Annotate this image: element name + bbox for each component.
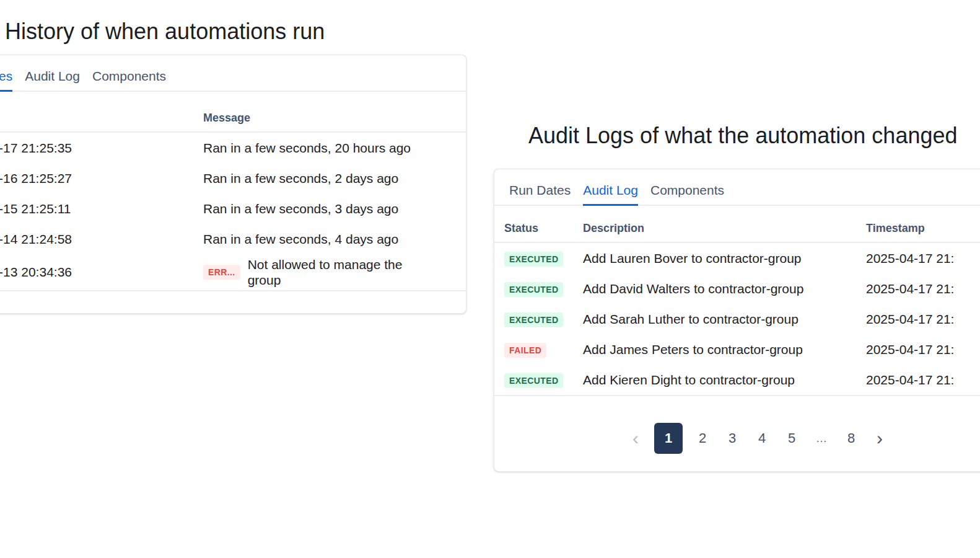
description-cell: Add James Peters to contractor-group [583, 342, 866, 357]
chevron-right-icon[interactable]: › [871, 423, 888, 454]
tab-audit-log[interactable]: Audit Log [25, 69, 80, 92]
left-page-title: History of when automations run [5, 19, 325, 45]
table-row: EXECUTED Add Sarah Luther to contractor-… [494, 304, 980, 334]
tab-components[interactable]: Components [650, 183, 724, 206]
page-button-4[interactable]: 4 [752, 423, 772, 454]
error-status-badge: ERR... [203, 265, 240, 280]
table-row: EXECUTED Add David Walters to contractor… [494, 273, 980, 304]
right-table-header: Status Description Timestamp [494, 206, 980, 243]
timestamp-cell: 2025-04-17 21: [866, 373, 980, 388]
status-cell: EXECUTED [504, 250, 583, 267]
executed-status-badge: EXECUTED [504, 252, 563, 267]
table-row: EXECUTED Add Lauren Bover to contractor-… [494, 243, 980, 273]
run-dates-panel: Run Dates Audit Log Components Message 2… [0, 55, 466, 314]
audit-log-panel: Run Dates Audit Log Components Status De… [494, 169, 980, 472]
run-time-cell: 2025-04-16 21:25:27 [0, 171, 203, 186]
message-cell: Ran in a few seconds, 2 days ago [203, 171, 451, 186]
tab-audit-log[interactable]: Audit Log [583, 183, 638, 206]
page-button-8[interactable]: 8 [841, 423, 861, 454]
status-cell: EXECUTED [504, 281, 583, 297]
run-time-cell: 2025-04-15 21:25:11 [0, 202, 203, 216]
tab-run-dates[interactable]: Run Dates [0, 69, 12, 92]
message-cell: Ran in a few seconds, 3 days ago [203, 202, 451, 216]
tab-components[interactable]: Components [92, 69, 166, 92]
table-row: FAILED Add James Peters to contractor-gr… [494, 334, 980, 365]
table-row: 2025-04-14 21:24:58 Ran in a few seconds… [0, 224, 466, 254]
table-row: 2025-04-17 21:25:35 Ran in a few seconds… [0, 133, 466, 163]
left-tab-bar: Run Dates Audit Log Components [0, 55, 466, 92]
status-cell: EXECUTED [504, 372, 583, 388]
description-column-header: Description [583, 222, 866, 235]
description-cell: Add Kieren Dight to contractor-group [583, 373, 866, 388]
tab-run-dates[interactable]: Run Dates [509, 183, 571, 206]
error-message-text: Not allowed to manage the group [248, 257, 416, 288]
table-row: EXECUTED Add Kieren Dight to contractor-… [494, 365, 980, 395]
message-cell: ERR... Not allowed to manage the group [203, 257, 451, 288]
table-row: 2025-04-13 20:34:36 ERR... Not allowed t… [0, 254, 466, 290]
run-time-cell: 2025-04-17 21:25:35 [0, 141, 203, 156]
message-cell: Ran in a few seconds, 4 days ago [203, 232, 451, 247]
executed-status-badge: EXECUTED [504, 373, 563, 388]
description-cell: Add Sarah Luther to contractor-group [583, 312, 866, 327]
description-cell: Add David Walters to contractor-group [583, 281, 866, 296]
right-table-body: EXECUTED Add Lauren Bover to contractor-… [494, 243, 980, 396]
page-button-1[interactable]: 1 [654, 423, 683, 454]
run-time-cell: 2025-04-14 21:24:58 [0, 232, 203, 247]
chevron-left-icon[interactable]: ‹ [627, 423, 644, 454]
page-button-5[interactable]: 5 [782, 423, 802, 454]
status-cell: EXECUTED [504, 311, 583, 327]
table-row: 2025-04-15 21:25:11 Ran in a few seconds… [0, 193, 466, 224]
page-ellipsis: … [812, 423, 831, 454]
pagination: ‹ 1 2 3 4 5 … 8 › [627, 423, 888, 454]
status-column-header: Status [504, 222, 583, 235]
executed-status-badge: EXECUTED [504, 312, 563, 327]
message-column-header: Message [203, 112, 451, 125]
timestamp-cell: 2025-04-17 21: [866, 312, 980, 327]
page-button-2[interactable]: 2 [693, 423, 712, 454]
timestamp-cell: 2025-04-17 21: [866, 342, 980, 357]
timestamp-cell: 2025-04-17 21: [866, 281, 980, 296]
status-cell: FAILED [504, 342, 583, 358]
message-cell: Ran in a few seconds, 20 hours ago [203, 141, 451, 156]
right-page-title: Audit Logs of what the automation change… [528, 123, 958, 149]
timestamp-cell: 2025-04-17 21: [866, 251, 980, 266]
description-cell: Add Lauren Bover to contractor-group [583, 251, 866, 266]
right-tab-bar: Run Dates Audit Log Components [494, 169, 980, 206]
failed-status-badge: FAILED [504, 343, 546, 358]
timestamp-column-header: Timestamp [866, 222, 980, 235]
run-time-cell: 2025-04-13 20:34:36 [0, 265, 203, 280]
table-row: 2025-04-16 21:25:27 Ran in a few seconds… [0, 163, 466, 193]
page-button-3[interactable]: 3 [722, 423, 742, 454]
executed-status-badge: EXECUTED [504, 282, 563, 297]
left-table-body: 2025-04-17 21:25:35 Ran in a few seconds… [0, 133, 466, 291]
left-table-header: Message [0, 92, 466, 133]
